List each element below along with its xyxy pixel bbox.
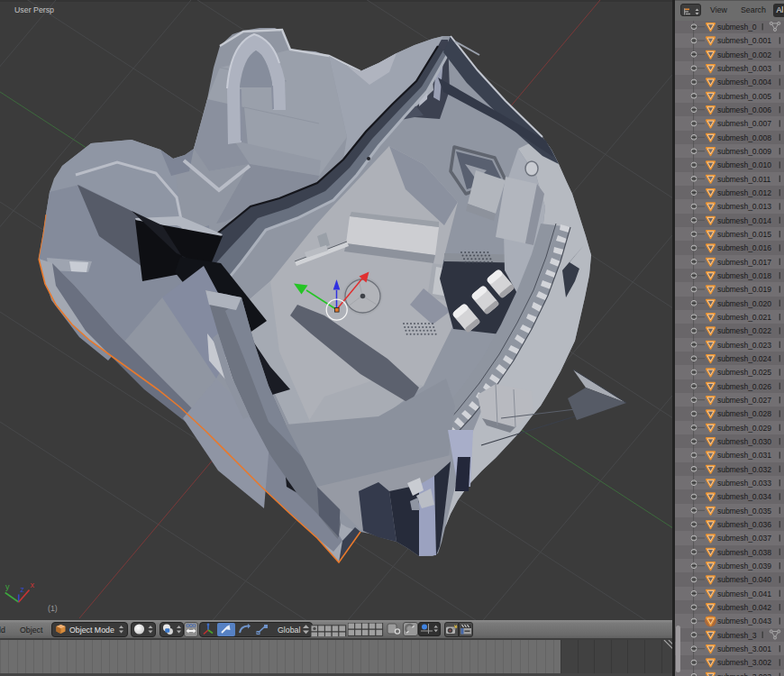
svg-text:y: y xyxy=(5,582,10,591)
svg-text:z: z xyxy=(21,585,25,594)
svg-text:x: x xyxy=(31,580,35,589)
